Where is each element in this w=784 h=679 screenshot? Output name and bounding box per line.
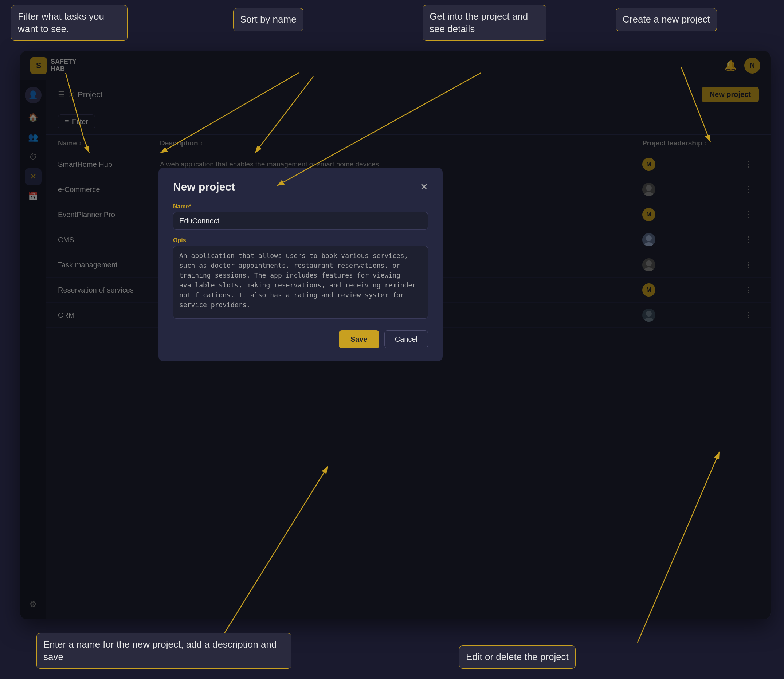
modal-cancel-button[interactable]: Cancel [384, 330, 428, 348]
modal-name-field: Name* [173, 203, 428, 230]
modal-desc-field: Opis An application that allows users to… [173, 237, 428, 320]
modal-save-button[interactable]: Save [339, 330, 379, 348]
tooltip-get-into: Get into the project and see details [423, 5, 546, 41]
tooltip-sort: Sort by name [233, 8, 304, 31]
app-window: S SAFETY HAB 🔔 N 👤 🏠 👥 ⏱ ✕ 📅 ⚙ [20, 51, 770, 619]
tooltip-edit-delete: Edit or delete the project [459, 646, 576, 669]
modal-close-button[interactable]: ✕ [420, 181, 428, 193]
modal-desc-label: Opis [173, 237, 428, 244]
modal-actions: Save Cancel [173, 330, 428, 348]
modal-name-input[interactable] [173, 212, 428, 230]
modal-header: New project ✕ [173, 181, 428, 193]
new-project-modal: New project ✕ Name* Opis An application … [158, 167, 443, 361]
tooltip-enter-name: Enter a name for the new project, add a … [36, 633, 291, 669]
modal-name-label: Name* [173, 203, 428, 210]
tooltip-filter: Filter what tasks you want to see. [11, 5, 128, 41]
modal-title: New project [173, 181, 235, 193]
tooltip-create: Create a new project [616, 8, 717, 31]
modal-desc-textarea[interactable]: An application that allows users to book… [173, 246, 428, 319]
